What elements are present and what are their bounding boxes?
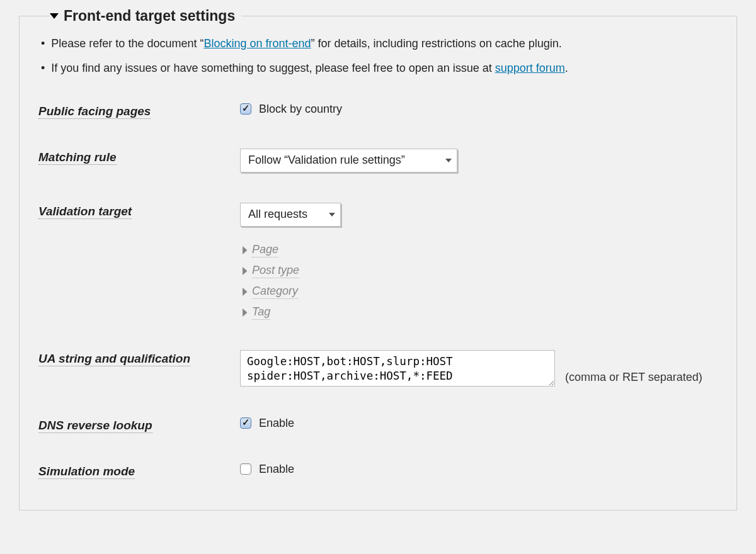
front-end-target-settings-panel: Front-end target settings • Please refer… [19, 16, 737, 511]
matching-rule-control: Follow “Validation rule settings” [240, 149, 718, 172]
public-facing-label: Public facing pages [38, 103, 240, 118]
expand-label: Category [252, 285, 298, 299]
block-by-country-checkbox-label: Block by country [259, 103, 342, 116]
bullet-icon: • [41, 59, 45, 77]
chevron-right-icon [243, 288, 247, 296]
ua-string-textarea-row: (comma or RET separated) [240, 350, 718, 387]
note-item: • Please refer to the document “Blocking… [38, 35, 718, 53]
label-text: UA string and qualification [38, 352, 190, 366]
ua-string-textarea[interactable] [240, 350, 555, 387]
note-suffix-text: . [565, 62, 568, 74]
chevron-down-icon [445, 159, 452, 162]
simulation-checkbox[interactable] [240, 463, 251, 475]
matching-rule-label: Matching rule [38, 149, 240, 164]
dns-reverse-checkbox-label: Enable [259, 417, 294, 430]
support-forum-link[interactable]: support forum [495, 62, 565, 74]
validation-target-expand-list: Page Post type Category Tag [240, 243, 718, 320]
expand-page[interactable]: Page [243, 243, 718, 257]
simulation-checkbox-wrap: Enable [240, 463, 718, 476]
dns-reverse-checkbox[interactable] [240, 417, 251, 429]
simulation-row: Simulation mode Enable [38, 463, 718, 478]
block-by-country-checkbox-wrap: Block by country [240, 103, 718, 116]
select-value: Follow “Validation rule settings” [248, 154, 405, 167]
note-prefix-text: Please refer to the document “ [51, 37, 203, 50]
label-text: Validation target [38, 205, 132, 219]
note-suffix-text: ” for details, including restrictions on… [311, 37, 562, 50]
collapse-icon [50, 13, 59, 19]
validation-target-select[interactable]: All requests [240, 203, 341, 227]
dns-reverse-label: DNS reverse lookup [38, 417, 240, 432]
panel-body: • Please refer to the document “Blocking… [20, 27, 736, 510]
panel-header[interactable]: Front-end target settings [50, 8, 241, 25]
block-by-country-checkbox[interactable] [240, 103, 251, 115]
expand-label: Tag [252, 305, 270, 320]
simulation-label: Simulation mode [38, 463, 240, 478]
note-item: • If you find any issues or have somethi… [38, 59, 718, 77]
label-text: Simulation mode [38, 465, 135, 479]
dns-reverse-control: Enable [240, 417, 718, 430]
simulation-checkbox-label: Enable [259, 463, 294, 476]
note-prefix-text: If you find any issues or have something… [51, 62, 495, 74]
ua-string-control: (comma or RET separated) [240, 350, 718, 387]
expand-label: Page [252, 243, 278, 257]
bullet-icon: • [41, 35, 45, 53]
chevron-right-icon [243, 308, 247, 317]
matching-rule-select[interactable]: Follow “Validation rule settings” [240, 149, 457, 172]
public-facing-control: Block by country [240, 103, 718, 116]
chevron-right-icon [243, 246, 247, 254]
validation-target-label: Validation target [38, 203, 240, 218]
expand-post-type[interactable]: Post type [243, 264, 718, 278]
blocking-front-end-link[interactable]: Blocking on front-end [203, 37, 311, 50]
label-text: Matching rule [38, 150, 117, 165]
expand-tag[interactable]: Tag [243, 305, 718, 320]
ua-string-row: UA string and qualification (comma or RE… [38, 350, 718, 387]
public-facing-row: Public facing pages Block by country [38, 103, 718, 118]
ua-string-hint: (comma or RET separated) [565, 371, 702, 387]
notes-list: • Please refer to the document “Blocking… [38, 35, 718, 77]
chevron-down-icon [329, 213, 335, 217]
matching-rule-row: Matching rule Follow “Validation rule se… [38, 149, 718, 172]
label-text: Public facing pages [38, 105, 151, 119]
ua-string-label: UA string and qualification [38, 350, 240, 366]
dns-reverse-row: DNS reverse lookup Enable [38, 417, 718, 432]
label-text: DNS reverse lookup [38, 419, 152, 433]
expand-label: Post type [252, 264, 299, 278]
note-text: If you find any issues or have something… [51, 59, 568, 77]
validation-target-control: All requests Page Post type Category [240, 203, 718, 320]
note-text: Please refer to the document “Blocking o… [51, 35, 561, 53]
chevron-right-icon [243, 267, 247, 275]
validation-target-row: Validation target All requests Page Post… [38, 203, 718, 320]
dns-reverse-checkbox-wrap: Enable [240, 417, 718, 430]
simulation-control: Enable [240, 463, 718, 476]
select-value: All requests [248, 208, 307, 221]
panel-title: Front-end target settings [64, 8, 235, 25]
expand-category[interactable]: Category [243, 285, 718, 299]
